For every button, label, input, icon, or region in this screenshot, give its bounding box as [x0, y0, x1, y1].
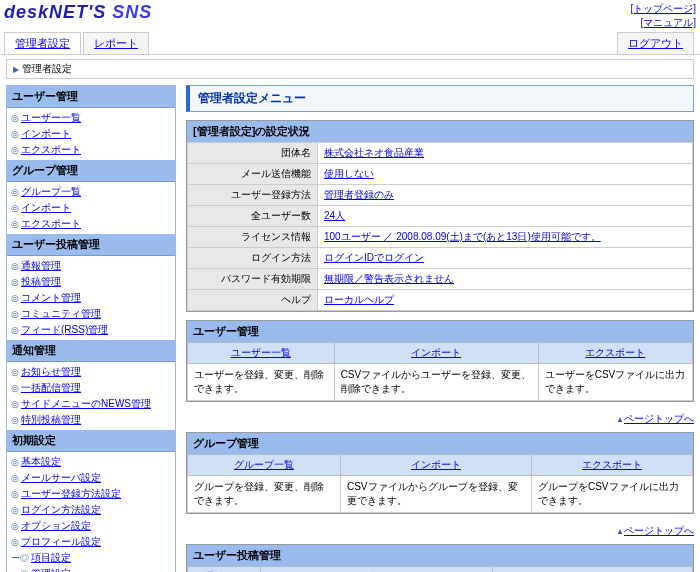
section-col-head[interactable]: 通報管理 — [188, 567, 261, 573]
status-value: 無期限／警告表示されません — [318, 269, 693, 290]
sidebar-item[interactable]: サイドメニューのNEWS管理 — [11, 396, 171, 412]
breadcrumb: 管理者設定 — [6, 59, 694, 79]
section-panel: ユーザー投稿管理通報管理投稿管理コメント管理通報を確認できます。[日記]、[フォ… — [186, 544, 694, 572]
tab-admin[interactable]: 管理者設定 — [4, 32, 81, 54]
section-col-desc: グループを登録、変更、削除できます。 — [188, 476, 341, 513]
sidebar-item[interactable]: 特別投稿管理 — [11, 412, 171, 428]
status-key: ユーザー登録方法 — [188, 185, 318, 206]
sidebar-head: 通知管理 — [7, 340, 175, 362]
status-value: 24人 — [318, 206, 693, 227]
section-col-head[interactable]: 投稿管理 — [260, 567, 493, 573]
link-manual[interactable]: [マニュアル] — [640, 17, 696, 28]
sidebar-item[interactable]: メールサーバ設定 — [11, 470, 171, 486]
status-key: ヘルプ — [188, 290, 318, 311]
section-col-desc: CSVファイルからグループを登録、変更できます。 — [340, 476, 531, 513]
status-value: ログインIDでログイン — [318, 248, 693, 269]
sidebar-head: 初期設定 — [7, 430, 175, 452]
sidebar-item[interactable]: プロフィール設定 — [11, 534, 171, 550]
section-col-head[interactable]: ユーザー一覧 — [188, 343, 335, 364]
section-head: グループ管理 — [187, 433, 693, 454]
sidebar-item[interactable]: オプション設定 — [11, 518, 171, 534]
section-col-desc: CSVファイルからユーザーを登録、変更、削除できます。 — [334, 364, 538, 401]
sidebar-item[interactable]: エクスポート — [11, 142, 171, 158]
status-key: 全ユーザー数 — [188, 206, 318, 227]
sidebar-head: ユーザー投稿管理 — [7, 234, 175, 256]
section-head: ユーザー投稿管理 — [187, 545, 693, 566]
status-value: 100ユーザー ／ 2008.08.09(土)まで(あと13日)使用可能です。 — [318, 227, 693, 248]
status-value: 管理者登録のみ — [318, 185, 693, 206]
status-key: メール送信機能 — [188, 164, 318, 185]
sidebar-item[interactable]: フィード(RSS)管理 — [11, 322, 171, 338]
tab-logout[interactable]: ログアウト — [617, 32, 694, 54]
sidebar-subitem[interactable]: 項目設定 — [11, 550, 171, 566]
sidebar-item[interactable]: コミュニティ管理 — [11, 306, 171, 322]
status-value: ローカルヘルプ — [318, 290, 693, 311]
status-key: 団体名 — [188, 143, 318, 164]
section-panel: グループ管理グループ一覧インポートエクスポートグループを登録、変更、削除できます… — [186, 432, 694, 514]
section-col-head[interactable]: グループ一覧 — [188, 455, 341, 476]
status-panel: [管理者設定]の設定状況 団体名株式会社ネオ食品産業メール送信機能使用しないユー… — [186, 120, 694, 312]
link-toppage[interactable]: [トップページ] — [630, 3, 696, 14]
pagetop-link[interactable]: ページトップへ — [624, 413, 694, 424]
sidebar-item[interactable]: ユーザー登録方法設定 — [11, 486, 171, 502]
sidebar-item[interactable]: ユーザー一覧 — [11, 110, 171, 126]
sidebar-item[interactable]: ログイン方法設定 — [11, 502, 171, 518]
section-col-head[interactable]: エクスポート — [538, 343, 692, 364]
page-title: 管理者設定メニュー — [186, 85, 694, 112]
logo: deskNET'S SNS — [4, 2, 152, 23]
section-panel: ユーザー管理ユーザー一覧インポートエクスポートユーザーを登録、変更、削除できます… — [186, 320, 694, 402]
status-value: 使用しない — [318, 164, 693, 185]
sidebar-item[interactable]: インポート — [11, 126, 171, 142]
sidebar-item[interactable]: 通報管理 — [11, 258, 171, 274]
status-head: [管理者設定]の設定状況 — [187, 121, 693, 142]
status-key: ライセンス情報 — [188, 227, 318, 248]
sidebar-item[interactable]: 投稿管理 — [11, 274, 171, 290]
status-key: ログイン方法 — [188, 248, 318, 269]
sidebar-item[interactable]: コメント管理 — [11, 290, 171, 306]
pagetop-link[interactable]: ページトップへ — [624, 525, 694, 536]
sidebar-item[interactable]: お知らせ管理 — [11, 364, 171, 380]
section-col-desc: ユーザーをCSVファイルに出力できます。 — [538, 364, 692, 401]
sidebar-item[interactable]: 基本設定 — [11, 454, 171, 470]
section-col-head[interactable]: エクスポート — [531, 455, 692, 476]
sidebar-head: ユーザー管理 — [7, 86, 175, 108]
section-col-desc: グループをCSVファイルに出力できます。 — [531, 476, 692, 513]
sidebar: ユーザー管理ユーザー一覧インポートエクスポートグループ管理グループ一覧インポート… — [6, 85, 176, 572]
status-key: パスワード有効期限 — [188, 269, 318, 290]
status-value: 株式会社ネオ食品産業 — [318, 143, 693, 164]
section-col-head[interactable]: コメント管理 — [493, 567, 693, 573]
section-col-head[interactable]: インポート — [334, 343, 538, 364]
section-head: ユーザー管理 — [187, 321, 693, 342]
sidebar-head: グループ管理 — [7, 160, 175, 182]
section-col-head[interactable]: インポート — [340, 455, 531, 476]
sidebar-subitem[interactable]: 管理設定 — [11, 566, 171, 572]
header-links: [トップページ] [マニュアル] — [630, 2, 696, 30]
section-col-desc: ユーザーを登録、変更、削除できます。 — [188, 364, 335, 401]
sidebar-item[interactable]: グループ一覧 — [11, 184, 171, 200]
sidebar-item[interactable]: エクスポート — [11, 216, 171, 232]
sidebar-item[interactable]: 一括配信管理 — [11, 380, 171, 396]
sidebar-item[interactable]: インポート — [11, 200, 171, 216]
tab-report[interactable]: レポート — [83, 32, 149, 54]
